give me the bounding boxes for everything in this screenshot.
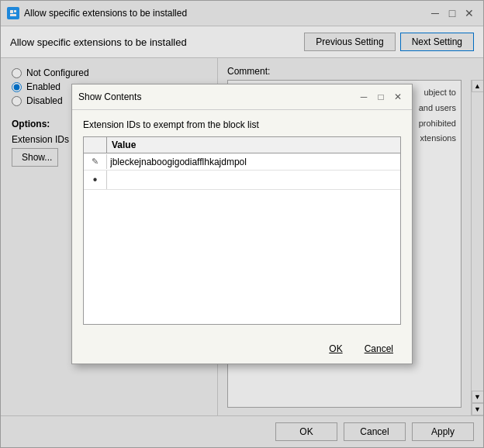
modal-cancel-button[interactable]: Cancel — [357, 340, 401, 357]
main-dialog: Allow specific extensions to be installe… — [0, 0, 484, 448]
table-row: • — [84, 171, 400, 190]
modal-body: Extension IDs to exempt from the block l… — [72, 110, 412, 334]
modal-maximize-button[interactable]: □ — [373, 89, 389, 105]
table-rows: ✎ • — [84, 153, 400, 324]
modal-minimize-button[interactable]: ─ — [356, 89, 372, 105]
table-row-value-col-1 — [107, 155, 400, 169]
table-icon-col-header — [84, 137, 107, 153]
modal-footer: OK Cancel — [72, 334, 412, 364]
table-value-col-header: Value — [107, 137, 400, 153]
modal-ok-button[interactable]: OK — [321, 340, 350, 357]
edit-icon: ✎ — [92, 157, 99, 167]
extension-id-input-2[interactable] — [110, 174, 397, 185]
bullet-icon: • — [93, 173, 98, 187]
table-row: ✎ — [84, 153, 400, 171]
modal-title-bar: Show Contents ─ □ ✕ — [72, 84, 412, 110]
table-row-value-col-2 — [107, 173, 400, 187]
modal-overlay: Show Contents ─ □ ✕ Extension IDs to exe… — [1, 1, 483, 447]
modal-close-button[interactable]: ✕ — [390, 89, 406, 105]
show-contents-modal: Show Contents ─ □ ✕ Extension IDs to exe… — [71, 84, 413, 364]
table-header: Value — [84, 137, 400, 153]
modal-title: Show Contents — [78, 91, 141, 102]
table-container: Value ✎ — [83, 136, 401, 325]
modal-controls: ─ □ ✕ — [356, 89, 406, 105]
modal-subtitle: Extension IDs to exempt from the block l… — [83, 119, 401, 130]
table-row-icon-col-1: ✎ — [84, 154, 107, 169]
table-row-icon-col-2: • — [84, 171, 107, 189]
extension-id-input[interactable] — [110, 157, 397, 167]
